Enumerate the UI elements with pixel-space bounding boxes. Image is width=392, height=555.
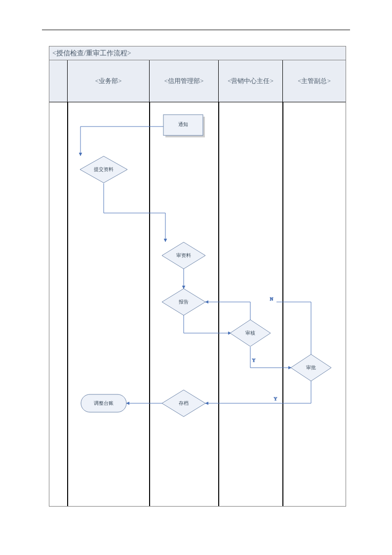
edge-approve-y: [205, 381, 311, 403]
lane-header-5: <主管副总>: [282, 60, 346, 102]
diagram-body: N Y Y 通知: [49, 102, 346, 506]
edge-approve-n-seg: [276, 302, 311, 354]
node-approve: 审批: [291, 354, 331, 381]
diagram-title-text: <授信检查/重审工作流程>: [52, 49, 131, 58]
node-submit: 提交资料: [80, 156, 127, 183]
node-reviewdoc: 审资料: [162, 242, 205, 269]
edge-report-audit: [184, 315, 231, 333]
edge-label-audit-n: N: [270, 297, 274, 301]
svg-text:审核: 审核: [245, 330, 255, 336]
svg-text:报告: 报告: [178, 299, 189, 304]
svg-text:审批: 审批: [306, 365, 316, 370]
edge-label-audit-y: Y: [252, 358, 256, 363]
svg-text:存档: 存档: [179, 400, 189, 406]
swimlane-diagram: <授信检查/重审工作流程> <业务部> <信用管理部> <营销中心主任> <主管…: [49, 46, 346, 507]
lane-header-4: <营销中心主任>: [218, 60, 282, 102]
svg-text:通知: 通知: [178, 122, 188, 127]
diagram-title: <授信检查/重审工作流程>: [49, 46, 346, 60]
node-audit: 审核: [230, 320, 271, 346]
page-top-rule: [42, 30, 350, 30]
node-archive: 存档: [162, 390, 205, 417]
page: <授信检查/重审工作流程> <业务部> <信用管理部> <营销中心主任> <主管…: [0, 0, 392, 555]
edge-label-approve-y: Y: [274, 396, 277, 401]
node-report: 报告: [162, 289, 205, 315]
edge-audit-y: [250, 347, 291, 368]
flowchart-svg: N Y Y 通知: [49, 102, 346, 506]
svg-text:调整台账: 调整台账: [94, 400, 114, 406]
lane-header-3: <信用管理部>: [149, 60, 218, 102]
edge-submit-reviewdoc: [104, 183, 165, 242]
node-notify: 通知: [163, 115, 205, 137]
node-adjust: 调整台账: [81, 394, 126, 412]
edge-audit-n: [205, 302, 250, 320]
lane-headers: <业务部> <信用管理部> <营销中心主任> <主管副总>: [49, 60, 346, 102]
svg-text:提交资料: 提交资料: [94, 167, 114, 172]
lane-header-1: [49, 60, 67, 102]
lane-header-2: <业务部>: [67, 60, 149, 102]
edge-notify-submit: [80, 127, 163, 156]
svg-text:审资料: 审资料: [176, 253, 191, 258]
